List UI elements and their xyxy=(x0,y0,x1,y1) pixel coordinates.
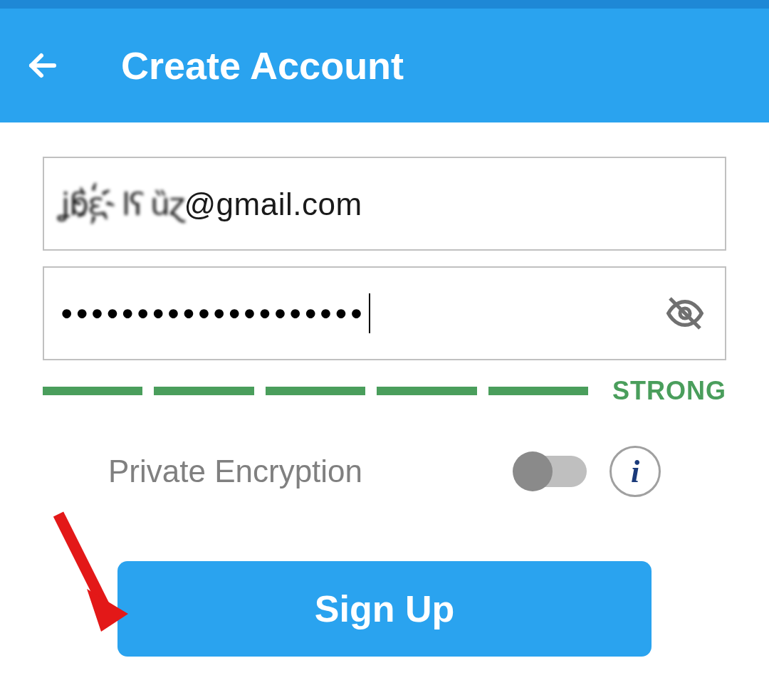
signup-button[interactable]: Sign Up xyxy=(117,561,652,657)
password-field[interactable]: •••••••••••••••••••• xyxy=(43,266,726,360)
status-bar xyxy=(0,0,769,9)
private-encryption-row: Private Encryption i xyxy=(43,446,726,497)
back-arrow-icon xyxy=(26,48,60,83)
strength-bar xyxy=(377,387,476,395)
strength-bar xyxy=(43,387,142,395)
eye-off-icon xyxy=(665,293,705,333)
password-strength-row: STRONG xyxy=(43,376,726,406)
email-value: ʝɓɛ҉ ӏʕ ȕɀ@gmail.com xyxy=(61,186,362,222)
form-content: ʝɓɛ҉ ӏʕ ȕɀ@gmail.com •••••••••••••••••••… xyxy=(0,122,769,657)
header: Create Account xyxy=(0,9,769,122)
encryption-label: Private Encryption xyxy=(108,454,493,489)
strength-label: STRONG xyxy=(612,376,726,406)
strength-bar xyxy=(488,387,588,395)
strength-bar xyxy=(154,387,253,395)
back-button[interactable] xyxy=(21,44,64,87)
strength-bar xyxy=(266,387,365,395)
strength-bars xyxy=(43,387,588,395)
toggle-knob xyxy=(513,451,553,491)
email-field[interactable]: ʝɓɛ҉ ӏʕ ȕɀ@gmail.com xyxy=(43,157,726,251)
password-value: •••••••••••••••••••• xyxy=(61,296,366,331)
encryption-info-button[interactable]: i xyxy=(610,446,661,497)
svg-line-4 xyxy=(58,514,105,607)
info-icon: i xyxy=(631,454,639,490)
page-title: Create Account xyxy=(121,43,404,88)
toggle-password-visibility-button[interactable] xyxy=(665,293,705,333)
text-cursor xyxy=(369,293,370,333)
annotation-arrow-icon xyxy=(44,507,130,635)
encryption-toggle[interactable] xyxy=(516,456,587,487)
